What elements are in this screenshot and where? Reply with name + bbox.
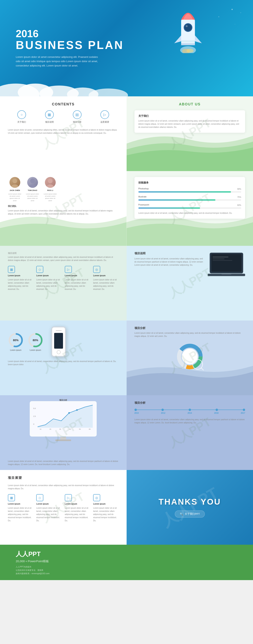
svg-point-37 [182, 349, 198, 364]
timeline-title: 项目分析 [134, 401, 245, 405]
timeline-dots-row [134, 408, 245, 411]
member-tom-desc: Lorem ipsum dolor sit amet Lorem ipsum d… [26, 193, 39, 202]
contents-icons: ○ 关于我们 ▦ 项目说明 ▤ 项目分析 ▷ 远景展望 [8, 110, 119, 124]
timeline-dot-2 [161, 408, 164, 411]
future-label: 远景展望 [100, 120, 109, 124]
feature-3-icon: ▷ [65, 266, 72, 273]
about-card-title: 关于我们 [138, 114, 241, 118]
svg-text:2.5: 2.5 [33, 415, 36, 417]
analysis-right-slide: 人人PPT 项目分析 Lorem ipsum dolor sit ut sit … [127, 320, 253, 395]
project-icon: ▦ [45, 110, 54, 119]
future-feature-2-label: Lorem ipsum [36, 503, 62, 505]
skill-powerpoint-fill [138, 208, 200, 209]
icon-project: ▦ 项目说明 [45, 110, 54, 124]
chart-illustration: 5.0 2.5 0 1K 2K 3K 4K 5K 6K 项目分析 [24, 399, 103, 443]
thanks-subtitle-box: 🔍 关于我们PPT [175, 510, 205, 518]
analysis-icon: ▤ [73, 110, 82, 119]
svg-text:5.0: 5.0 [33, 408, 36, 410]
analysis-label: 项目分析 [73, 120, 82, 124]
project-detail-slide: 人人PPT 项目说明 Lorem ipsum dolor sit amet et… [127, 246, 253, 320]
svg-point-17 [29, 184, 36, 188]
icon-future: ▷ 远景展望 [100, 110, 109, 124]
svg-point-2 [186, 49, 193, 53]
skills-slide: 人人PPT 技能服务 Photoshop 90% Illustrate [127, 171, 253, 246]
icon-about: ○ 关于我们 [17, 110, 26, 124]
future-icon: ▷ [100, 110, 109, 119]
member-jack: JACK CHEN Lorem ipsum dolor sit amet Lor… [8, 177, 22, 202]
timeline-dot-3 [189, 408, 191, 411]
chart-desc: Lorem ipsum dolor sit amet et sit lamet,… [8, 460, 119, 466]
green-wave-bg [127, 128, 253, 171]
analysis-desc: Lorem ipsum dolor sit amet et sit lamet,… [8, 360, 119, 366]
svg-rect-22 [213, 256, 228, 258]
future-feature-1: ▦ Lorem ipsum Lorem ipsum dolor sit ut s… [8, 494, 33, 522]
skill-photoshop-fill [138, 191, 231, 192]
project-detail-text: 项目说明 Lorem ipsum dolor sit amet et sit l… [134, 252, 204, 267]
analysis-circles-row: 80% Lorem ipsum 80% Lorem ipsum [8, 326, 119, 357]
thanks-content: THANKS YOU 🔍 关于我们PPT [158, 497, 221, 518]
contents-body: Lorem ipsum dolor sit amet, consectetur … [8, 128, 119, 135]
team-wave-bg [0, 206, 127, 246]
phone-illustration [51, 326, 66, 357]
skill-illustrate-bg [138, 200, 241, 200]
timeline-line-3 [191, 410, 216, 410]
future-title: 项目展望 [8, 476, 119, 480]
feature-1-desc: Lorem ipsum dolor sit ut sit lamet, cons… [8, 278, 33, 291]
project-slide: 人人PPT 项目说明 Lorem ipsum dolor sit amet et… [0, 246, 127, 320]
skill-powerpoint-pct: 60% [237, 204, 241, 206]
timeline-dot-5 [243, 408, 245, 411]
member-tom-name: TOM ZHAO [28, 189, 37, 191]
star-decoration3: ● [240, 12, 241, 14]
footer-brand: 人人PPT [16, 550, 237, 558]
about-label: 关于我们 [17, 120, 26, 124]
svg-point-15 [11, 184, 18, 188]
footer-slide: 人人PPT 20,000＋PowerPoint模板 人人PPT为您提供让您的演示… [0, 545, 253, 580]
skills-card-title: 技能服务 [138, 181, 241, 184]
skill-illustrate-pct: 75% [237, 196, 241, 198]
about-slide: 人人PPT ABOUT US 关于我们 Lorem ipsum dolor si… [127, 96, 253, 171]
svg-text:1K: 1K [40, 428, 42, 430]
icon-analysis: ▤ 项目分析 [73, 110, 82, 124]
future-feature-3: ▷ Lorem ipsum Lorem ipsum dolor sit ut s… [65, 494, 90, 522]
feature-3-label: Lorem ipsum [65, 274, 90, 277]
thanks-slide: 人人PPT THANKS YOU 🔍 关于我们PPT [127, 470, 253, 545]
circle-2-label: Lorem ipsum [30, 349, 41, 351]
svg-rect-24 [213, 260, 232, 261]
hero-subtitle: Lorem ipsum dolor sit amet consectetur a… [16, 55, 102, 68]
svg-point-6 [186, 25, 188, 27]
future-feature-4: ◎ Lorem ipsum Lorem ipsum dolor sit ut s… [93, 494, 119, 522]
svg-text:6K: 6K [89, 428, 91, 430]
timeline-dot-1 [134, 408, 137, 411]
feature-2: ◇ Lorem ipsum Lorem ipsum dolor sit ut s… [36, 266, 62, 291]
svg-text:3K: 3K [59, 428, 61, 430]
svg-rect-23 [213, 258, 224, 259]
future-body: Lorem ipsum dolor sit ut sit lamet, cons… [8, 484, 119, 490]
timeline-years-row: 2010 2012 2014 2018 2017 [134, 412, 245, 414]
skill-powerpoint: Powerpoint 60% [138, 204, 241, 209]
skill-powerpoint-name: Powerpoint [138, 204, 149, 206]
year-3: 2014 [188, 412, 192, 414]
svg-point-5 [184, 24, 192, 31]
circle-chart-2: 80% Lorem ipsum [28, 332, 43, 351]
member-ros-desc: Lorem ipsum dolor sit amet Lorem ipsum d… [43, 193, 57, 202]
svg-text:5K: 5K [79, 428, 81, 430]
year-2: 2012 [161, 412, 165, 414]
contents-slide: 人人PPT CONTENTS ○ 关于我们 ▦ 项目说明 ▤ 项目分析 ▷ 远景… [0, 96, 127, 171]
footer-desc: 人人PPT为您提供让您的演示文稿更专业、更精美如有问题请联系：renrenppt… [16, 565, 237, 575]
future-feature-2-icon: ◇ [36, 494, 43, 501]
skill-photoshop-bg [138, 191, 241, 192]
feature-4-label: Lorem ipsum [93, 274, 119, 277]
avatar-ros [45, 177, 56, 188]
analysis-desc-text: Lorem ipsum dolor sit amet et sit lamet,… [8, 360, 119, 366]
svg-text:0: 0 [33, 423, 34, 425]
future-slide: 人人PPT 项目展望 Lorem ipsum dolor sit ut sit … [0, 470, 127, 545]
future-feature-3-icon: ▷ [65, 494, 72, 501]
member-ros-name: ROS LI [47, 189, 53, 191]
project-features: ▦ Lorem ipsum Lorem ipsum dolor sit ut s… [8, 266, 119, 291]
skill-photoshop-name: Photoshop [138, 188, 149, 190]
timeline-body: Lorem ipsum dolor sit amet et sit lamet,… [134, 418, 245, 424]
member-jack-name: JACK CHEN [10, 189, 20, 191]
svg-text:项目分析: 项目分析 [59, 399, 67, 401]
svg-rect-8 [181, 43, 195, 45]
star-decoration4: ● [234, 24, 235, 25]
